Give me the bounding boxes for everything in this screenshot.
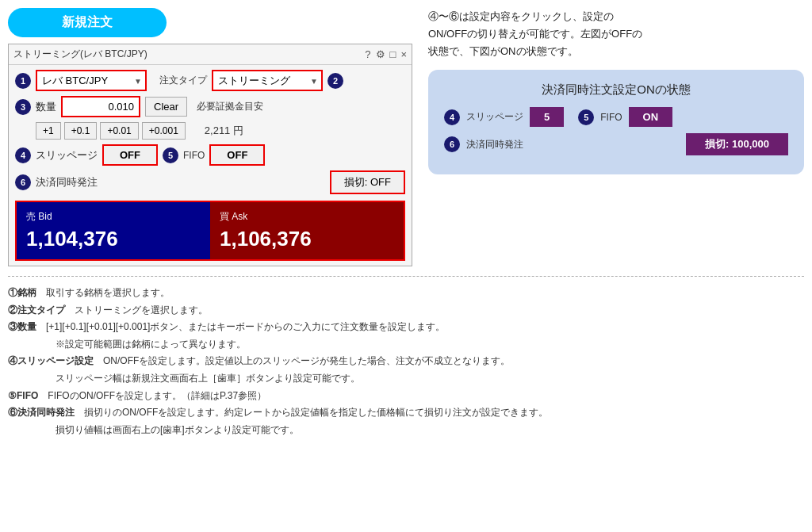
- qty-label: 数量: [36, 100, 56, 114]
- note-3-prefix: ③数量: [8, 321, 36, 332]
- description: ④〜⑥は設定内容をクリックし、設定の ON/OFFの切り替えが可能です。左図がO…: [428, 8, 804, 60]
- inc-btn-0001[interactable]: +0.001: [142, 122, 186, 140]
- order-type-select[interactable]: ストリーミング: [212, 70, 323, 91]
- on-slippage-value-button[interactable]: 5: [530, 107, 564, 127]
- on-state-title: 決済同時注文設定ONの状態: [444, 82, 788, 98]
- on-state-slippage-row: 4 スリッページ 5 5 FIFO ON: [444, 107, 788, 127]
- note-6-prefix: ⑥決済同時発注: [8, 407, 75, 418]
- note-1-prefix: ①銘柄: [8, 287, 36, 298]
- on-circle-5: 5: [578, 109, 594, 125]
- inc-btn-001[interactable]: +0.01: [100, 122, 138, 140]
- order-form: ストリーミング(レバ BTC/JPY) ? ⚙ □ × 1 レバ BTC/JPY: [8, 44, 412, 266]
- desc-line2: ON/OFFの切り替えが可能です。左図がOFFの: [428, 28, 642, 40]
- circle-5: 5: [163, 147, 178, 163]
- on-state-settlement-row: 6 決済同時発注 損切: 100,000: [444, 133, 788, 155]
- desc-line3: 状態で、下図がONの状態です。: [428, 45, 578, 57]
- ask-value: 1,106,376: [220, 227, 394, 251]
- settings-icon[interactable]: ⚙: [376, 48, 385, 60]
- bid-box[interactable]: 売 Bid 1,104,376: [17, 202, 210, 259]
- form-title: ストリーミング(レバ BTC/JPY): [13, 48, 147, 61]
- circle-1: 1: [15, 73, 31, 89]
- note-6-text: 損切りのON/OFFを設定します。約定レートから設定値幅を指定した価格幅にて損切…: [75, 407, 548, 418]
- right-panel: ④〜⑥は設定内容をクリックし、設定の ON/OFFの切り替えが可能です。左図がO…: [428, 8, 804, 266]
- fifo-off-button[interactable]: OFF: [209, 144, 265, 166]
- note-4-prefix: ④スリッページ設定: [8, 355, 94, 366]
- bid-value: 1,104,376: [26, 227, 201, 251]
- circle-3: 3: [15, 99, 31, 115]
- bottom-notes: ①銘柄 取引する銘柄を選択します。 ②注文タイプ ストリーミングを選択します。 …: [8, 276, 804, 438]
- note-6: ⑥決済同時発注 損切りのON/OFFを設定します。約定レートから設定値幅を指定し…: [8, 404, 804, 422]
- note-5-text: FIFOのON/OFFを設定します。（詳細はP.37参照）: [38, 390, 266, 401]
- settlement-row: 6 決済同時発注 損切: OFF: [15, 170, 405, 194]
- on-circle-6: 6: [444, 136, 460, 152]
- symbol-select[interactable]: レバ BTC/JPY: [36, 70, 147, 91]
- note-5: ⑤FIFO FIFOのON/OFFを設定します。（詳細はP.37参照）: [8, 388, 804, 405]
- title-icons: ? ⚙ □ ×: [365, 48, 407, 60]
- on-fifo-button[interactable]: ON: [629, 107, 673, 127]
- note-3-indent: ※設定可能範囲は銘柄によって異なります。: [8, 336, 804, 354]
- note-3-text: [+1][+0.1][+0.01][+0.001]ボタン、またはキーボードからの…: [36, 321, 445, 332]
- note-4: ④スリッページ設定 ON/OFFを設定します。設定値以上のスリッページが発生した…: [8, 353, 804, 370]
- on-circle-4: 4: [444, 109, 460, 125]
- new-order-button[interactable]: 新規注文: [8, 8, 167, 37]
- order-type-select-wrapper: ストリーミング: [212, 70, 323, 91]
- qty-row: 3 数量 Clear 必要証拠金目安: [15, 96, 405, 117]
- close-icon[interactable]: ×: [400, 48, 407, 60]
- margin-label: 必要証拠金目安: [197, 100, 263, 113]
- slippage-off-button[interactable]: OFF: [102, 144, 158, 166]
- increment-row: +1 +0.1 +0.01 +0.001 2,211 円: [36, 122, 405, 140]
- on-settlement-label: 決済同時発注: [466, 138, 523, 151]
- slippage-fifo-row: 4 スリッページ OFF 5 FIFO OFF: [15, 144, 405, 166]
- ask-box[interactable]: 買 Ask 1,106,376: [210, 202, 404, 259]
- form-body: 1 レバ BTC/JPY 注文タイプ ストリーミング 2: [9, 65, 412, 266]
- circle-2: 2: [327, 73, 343, 89]
- slippage-label: スリッページ: [36, 148, 98, 163]
- desc-line1: ④〜⑥は設定内容をクリックし、設定の: [428, 10, 614, 22]
- note-3: ③数量 [+1][+0.1][+0.01][+0.001]ボタン、またはキーボー…: [8, 319, 804, 336]
- note-2: ②注文タイプ ストリーミングを選択します。: [8, 302, 804, 320]
- bid-ask-row: 売 Bid 1,104,376 買 Ask 1,106,376: [15, 201, 405, 261]
- symbol-ordertype-row: 1 レバ BTC/JPY 注文タイプ ストリーミング 2: [15, 70, 405, 91]
- symbol-select-wrapper: レバ BTC/JPY: [36, 70, 147, 91]
- note-2-text: ストリーミングを選択します。: [65, 304, 208, 316]
- clear-button[interactable]: Clear: [145, 97, 187, 117]
- ask-label: 買 Ask: [220, 210, 394, 224]
- minimize-icon[interactable]: □: [390, 48, 396, 60]
- note-1: ①銘柄 取引する銘柄を選択します。: [8, 285, 804, 302]
- note-2-prefix: ②注文タイプ: [8, 304, 65, 316]
- circle-4: 4: [15, 147, 31, 163]
- margin-value: 2,211 円: [205, 124, 243, 138]
- inc-btn-1[interactable]: +1: [36, 122, 61, 140]
- inc-btn-01[interactable]: +0.1: [64, 122, 98, 140]
- note-5-prefix: ⑤FIFO: [8, 390, 38, 401]
- fifo-label: FIFO: [183, 150, 205, 161]
- qty-input[interactable]: [61, 96, 140, 117]
- note-4-text: ON/OFFを設定します。設定値以上のスリッページが発生した場合、注文が不成立と…: [94, 355, 510, 366]
- on-loss-cut-button[interactable]: 損切: 100,000: [686, 133, 788, 155]
- on-state-box: 決済同時注文設定ONの状態 4 スリッページ 5 5 FIFO ON 6 決済同…: [428, 70, 804, 174]
- order-type-label: 注文タイプ: [159, 74, 207, 87]
- bid-label: 売 Bid: [26, 210, 201, 224]
- settlement-label: 決済同時発注: [36, 175, 98, 189]
- note-4-indent: スリッページ幅は新規注文画面右上［歯車］ボタンより設定可能です。: [8, 370, 804, 388]
- circle-6: 6: [15, 174, 31, 190]
- loss-cut-button[interactable]: 損切: OFF: [330, 170, 405, 194]
- on-fifo-label: FIFO: [600, 112, 622, 123]
- help-icon[interactable]: ?: [365, 48, 370, 60]
- note-6-indent: 損切り値幅は画面右上の[歯車]ボタンより設定可能です。: [8, 422, 804, 439]
- left-panel: 新規注文 ストリーミング(レバ BTC/JPY) ? ⚙ □ × 1: [8, 8, 412, 266]
- on-slippage-label: スリッページ: [466, 110, 523, 124]
- form-title-bar: ストリーミング(レバ BTC/JPY) ? ⚙ □ ×: [9, 44, 412, 65]
- note-1-text: 取引する銘柄を選択します。: [36, 287, 170, 298]
